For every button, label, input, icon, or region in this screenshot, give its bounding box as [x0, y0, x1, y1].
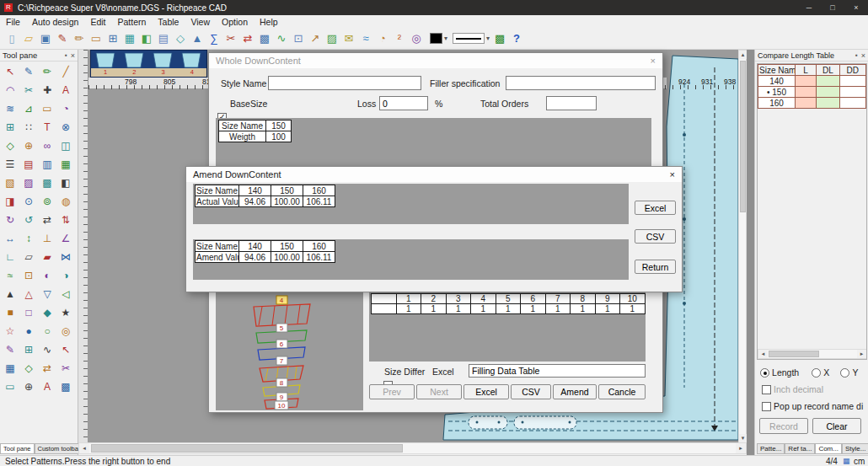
table-row[interactable]: • 150 — [758, 87, 866, 98]
menu-file[interactable]: File — [0, 17, 26, 27]
next-button[interactable]: Next — [416, 384, 462, 399]
table-cell[interactable]: 1 — [571, 304, 596, 314]
table-cell[interactable]: Actual Value — [196, 196, 239, 207]
tool-icon[interactable]: ▰ — [39, 249, 56, 265]
tool-icon[interactable]: ⊥ — [39, 230, 56, 247]
table-cell[interactable]: Size Name — [196, 241, 239, 252]
chevron-down-icon[interactable]: ▾ — [486, 35, 490, 42]
tool-icon[interactable]: ◨ — [2, 193, 19, 210]
table-cell[interactable]: 1 — [471, 304, 496, 314]
tool-icon[interactable]: ◎ — [57, 323, 74, 340]
splitter[interactable] — [747, 50, 754, 455]
close-icon[interactable]: × — [670, 169, 675, 179]
table-cell[interactable] — [372, 304, 397, 314]
swap-icon[interactable]: ⇄ — [239, 30, 256, 47]
tool-icon[interactable]: ◇ — [2, 137, 19, 154]
window-icon[interactable]: ⊡ — [290, 30, 307, 47]
canvas-horizontal-scrollbar[interactable]: ◂ ▸ — [78, 442, 747, 454]
tool-icon[interactable]: ▭ — [2, 378, 19, 395]
tool-icon[interactable]: ● — [20, 323, 37, 340]
sum-icon[interactable]: ∑ — [206, 30, 222, 47]
table-cell[interactable]: 94.06 — [239, 252, 271, 263]
clear-button[interactable]: Clear — [812, 418, 861, 434]
tool-icon[interactable]: ◧ — [57, 174, 74, 191]
table-cell[interactable]: 9 — [595, 294, 620, 304]
table-cell[interactable]: 4 — [471, 294, 496, 304]
tool-icon[interactable]: ▦ — [2, 360, 19, 377]
menu-auto-design[interactable]: Auto design — [26, 17, 84, 27]
table-cell[interactable]: 100 — [266, 131, 292, 142]
ruler-icon[interactable]: ▭ — [88, 30, 104, 47]
tool-icon[interactable]: ⊿ — [20, 100, 37, 117]
tool-icon[interactable]: ↻ — [2, 212, 19, 228]
chevron-down-icon[interactable]: ▾ — [444, 35, 447, 42]
return-button[interactable]: Return — [635, 260, 676, 274]
close-icon[interactable]: × — [861, 51, 865, 60]
scroll-left-icon[interactable]: ◂ — [758, 350, 768, 358]
table-cell[interactable]: Amend Value — [196, 252, 239, 263]
save-icon[interactable]: ▣ — [37, 30, 54, 47]
line-style-selector[interactable] — [453, 33, 485, 44]
cancle-button[interactable]: Cancle — [598, 384, 646, 399]
close-icon[interactable]: × — [71, 51, 75, 60]
tool-icon[interactable]: ∟ — [2, 249, 19, 265]
tool-icon[interactable]: ⇄ — [39, 360, 56, 377]
tool-icon[interactable]: ▩ — [57, 378, 74, 395]
tool-icon[interactable]: ▧ — [2, 174, 19, 191]
tool-icon[interactable]: ↖ — [2, 63, 19, 80]
table-cell[interactable]: 1 — [620, 304, 646, 314]
table-row[interactable]: 140 — [758, 76, 866, 87]
tool-icon[interactable]: ✎ — [2, 341, 19, 358]
menu-view[interactable]: View — [185, 17, 216, 27]
table-cell[interactable] — [372, 294, 397, 304]
tool-icon[interactable]: ✏ — [39, 63, 56, 80]
amend-button[interactable]: Amend — [553, 384, 597, 399]
dialog-title-bar[interactable]: Whole DownContent × — [209, 53, 662, 68]
menu-table[interactable]: Table — [152, 17, 185, 27]
table-cell[interactable]: Weigth — [219, 131, 266, 142]
excel-button[interactable]: Excel — [463, 384, 509, 399]
tool-icon[interactable]: ☰ — [2, 156, 19, 173]
table-cell[interactable]: 1 — [545, 304, 571, 314]
table-cell[interactable]: 106.11 — [303, 196, 335, 207]
table-cell[interactable]: 10 — [620, 294, 646, 304]
scroll-right-icon[interactable]: ▸ — [857, 350, 866, 358]
table-cell[interactable]: 140 — [239, 185, 271, 196]
target-icon[interactable]: ◎ — [408, 30, 425, 47]
tool-icon[interactable]: ⊚ — [39, 193, 56, 210]
tool-icon[interactable]: ∠ — [57, 230, 74, 247]
tool-icon[interactable]: ▤ — [20, 156, 37, 173]
table-cell[interactable]: 100.00 — [271, 252, 303, 263]
two-badge-icon[interactable]: ² — [391, 30, 408, 47]
tool-icon[interactable]: ↺ — [20, 212, 37, 228]
tool-icon[interactable]: ▱ — [20, 249, 37, 265]
tab-compare[interactable]: Com... — [815, 443, 842, 454]
close-button[interactable]: × — [844, 0, 868, 15]
tool-icon[interactable]: ■ — [2, 304, 19, 321]
tab-tool-pane[interactable]: Tool pane — [0, 443, 35, 454]
tool-icon[interactable]: ▦ — [57, 156, 74, 173]
help-icon[interactable]: ? — [508, 30, 525, 47]
tool-icon[interactable]: △ — [20, 286, 37, 303]
tool-icon[interactable]: ◇ — [20, 360, 37, 377]
pin-icon[interactable]: ▪ — [855, 51, 858, 59]
tool-icon[interactable]: ▲ — [2, 286, 19, 303]
table-cell[interactable]: 6 — [521, 294, 546, 304]
table-cell[interactable]: 2 — [421, 294, 447, 304]
tool-icon[interactable]: ✂ — [57, 360, 74, 377]
tool-icon[interactable]: ▨ — [20, 174, 37, 191]
tool-icon[interactable]: ⊗ — [57, 119, 74, 136]
filling-data-table-input[interactable] — [469, 364, 646, 378]
pattern-slot[interactable] — [469, 416, 507, 429]
tool-icon[interactable]: ◍ — [57, 193, 74, 210]
pattern-list-panel[interactable]: 12 34 — [90, 50, 207, 78]
new-icon[interactable]: ▯ — [3, 30, 20, 47]
tool-icon[interactable]: ∿ — [39, 341, 56, 358]
tab-custom-toolbar[interactable]: Custom toolbar — [35, 443, 84, 454]
color-swatch[interactable] — [430, 33, 442, 44]
table-cell[interactable]: 7 — [545, 294, 571, 304]
scissors-icon[interactable]: ✂ — [222, 30, 239, 47]
style-name-input[interactable] — [268, 76, 421, 90]
table-cell[interactable]: 3 — [446, 294, 471, 304]
canvas-vertical-scrollbar[interactable]: ▴ ▾ — [738, 50, 747, 442]
